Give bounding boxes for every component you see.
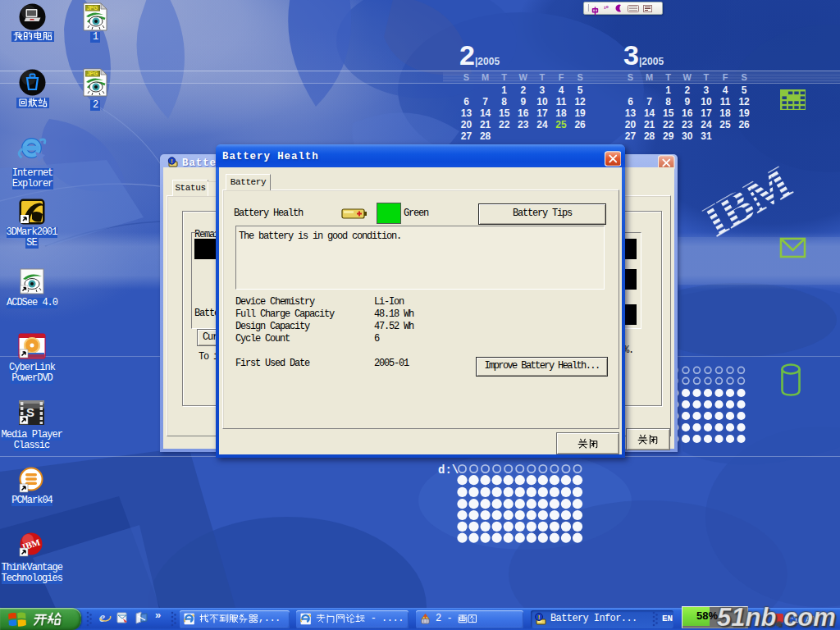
svg-text:4: 4	[723, 84, 728, 96]
svg-text:e: e	[99, 610, 105, 624]
svg-text:16: 16	[518, 107, 529, 119]
svg-text:7: 7	[482, 96, 488, 107]
svg-text:1: 1	[665, 84, 671, 96]
svg-text:9: 9	[520, 96, 526, 107]
svg-text:20: 20	[461, 119, 472, 130]
svg-text:1: 1	[501, 84, 507, 96]
svg-text:W: W	[683, 72, 692, 82]
svg-text:19: 19	[738, 107, 750, 119]
svg-text:T: T	[501, 72, 507, 82]
svg-text:11: 11	[720, 96, 731, 107]
svg-text:8: 8	[665, 96, 671, 107]
svg-text:5: 5	[742, 84, 747, 96]
svg-text:4: 4	[559, 84, 564, 96]
svg-text:26: 26	[574, 119, 586, 130]
svg-text:19: 19	[574, 107, 586, 119]
svg-text:!: !	[171, 158, 172, 164]
svg-text:28: 28	[644, 130, 655, 142]
svg-text:25: 25	[719, 119, 731, 130]
svg-text:2: 2	[520, 84, 526, 96]
svg-text:3: 3	[540, 84, 546, 96]
svg-text:15: 15	[499, 107, 510, 119]
svg-text:5: 5	[578, 84, 583, 96]
svg-text:28: 28	[480, 130, 491, 142]
svg-text:9: 9	[684, 96, 690, 107]
svg-text:2: 2	[459, 39, 475, 71]
svg-text:18: 18	[719, 107, 731, 119]
svg-text:21: 21	[480, 119, 491, 130]
svg-text:10: 10	[536, 96, 548, 107]
svg-text:T: T	[665, 72, 671, 82]
svg-text:6: 6	[628, 96, 633, 107]
svg-text:M: M	[646, 72, 653, 82]
svg-text:16: 16	[682, 107, 693, 119]
svg-text:22: 22	[499, 119, 510, 130]
svg-text:7: 7	[646, 96, 652, 107]
svg-text:M: M	[482, 72, 489, 82]
svg-text:S: S	[741, 72, 746, 82]
svg-text:18: 18	[555, 107, 567, 119]
svg-text:3: 3	[704, 84, 710, 96]
svg-text:22: 22	[663, 119, 674, 130]
svg-text:27: 27	[461, 130, 472, 142]
svg-text:|2005: |2005	[639, 56, 664, 67]
svg-text:23: 23	[518, 119, 529, 130]
svg-text:27: 27	[625, 130, 637, 142]
svg-text:3: 3	[623, 39, 639, 71]
svg-text:31: 31	[701, 130, 712, 142]
svg-text:T: T	[704, 72, 710, 82]
svg-text:21: 21	[644, 119, 655, 130]
svg-text:26: 26	[738, 119, 750, 130]
svg-text:13: 13	[461, 107, 472, 119]
svg-text:10: 10	[701, 96, 712, 107]
svg-text:d:\: d:\	[438, 463, 459, 477]
svg-text:T: T	[540, 72, 546, 82]
svg-text:W: W	[519, 72, 528, 82]
svg-text:6: 6	[463, 96, 469, 107]
svg-text:JPG: JPG	[87, 5, 98, 11]
svg-text:17: 17	[701, 107, 712, 119]
svg-text:23: 23	[682, 119, 693, 130]
svg-text:8: 8	[501, 96, 507, 107]
svg-text:S: S	[577, 72, 582, 82]
svg-text:2: 2	[684, 84, 690, 96]
svg-text:14: 14	[480, 107, 491, 119]
svg-text:24: 24	[536, 119, 548, 130]
svg-text:S: S	[463, 72, 469, 82]
svg-text:!: !	[538, 614, 541, 621]
svg-text:JPG: JPG	[87, 71, 98, 76]
svg-text:12: 12	[574, 96, 586, 107]
svg-text:11: 11	[556, 96, 567, 107]
svg-text:29: 29	[663, 130, 674, 142]
svg-text:14: 14	[644, 107, 655, 119]
svg-text:F: F	[723, 72, 728, 82]
svg-text:15: 15	[663, 107, 674, 119]
svg-text:S: S	[628, 72, 633, 82]
svg-text:30: 30	[682, 130, 693, 142]
svg-text:17: 17	[536, 107, 548, 119]
svg-text:F: F	[559, 72, 564, 82]
svg-text:12: 12	[738, 96, 750, 107]
svg-text:|2005: |2005	[475, 56, 500, 67]
svg-text:13: 13	[625, 107, 637, 119]
svg-text:20: 20	[625, 119, 637, 130]
svg-text:24: 24	[701, 119, 712, 130]
svg-text:25: 25	[555, 119, 567, 130]
